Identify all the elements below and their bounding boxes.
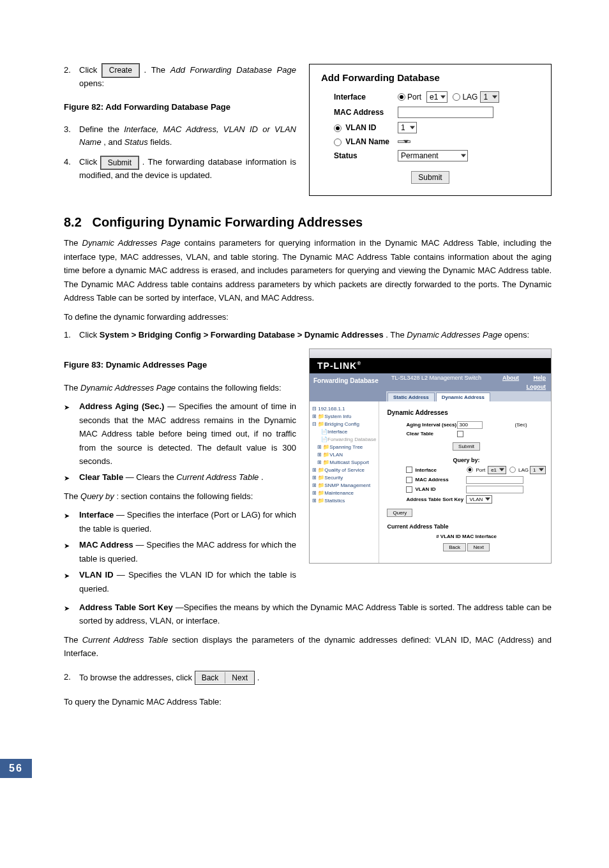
- term: Address Aging (Sec.): [79, 401, 164, 411]
- term: Interface: [79, 510, 114, 520]
- submit-button[interactable]: Submit: [101, 156, 139, 169]
- tree-item[interactable]: Interface: [327, 429, 347, 435]
- text-italic: Current Address Table: [82, 635, 168, 645]
- step-4-num: 4.: [64, 156, 79, 183]
- tab-static-address[interactable]: Static Address: [387, 393, 435, 401]
- port-label: Port: [407, 93, 421, 101]
- back-button[interactable]: Back: [195, 672, 226, 684]
- paragraph-4: The Query by : section contains the foll…: [64, 490, 296, 503]
- tree-item[interactable]: VLAN: [329, 452, 343, 458]
- tree-ip: 192.168.1.1: [318, 406, 345, 412]
- mac-checkbox[interactable]: [406, 477, 412, 483]
- step-4-text: Click Submit . The forwarding database i…: [79, 156, 296, 183]
- vlanid-label: VLAN ID: [345, 123, 376, 132]
- mac-label: MAC Address: [334, 108, 398, 117]
- term: VLAN ID: [79, 570, 114, 580]
- term: Address Table Sort Key: [79, 602, 173, 612]
- nav-path: System > Bridging Config > Forwarding Da…: [100, 330, 384, 340]
- clear-label: Clear Table: [387, 431, 457, 437]
- clear-checkbox[interactable]: [457, 431, 463, 437]
- text: . The: [386, 330, 407, 340]
- port-select[interactable]: e1: [426, 91, 447, 103]
- tree-item[interactable]: Bridging Config: [324, 421, 359, 427]
- figure-83-caption: Figure 83: Dynamic Addresses Page: [64, 360, 296, 370]
- mac-input[interactable]: [398, 107, 493, 118]
- tree-item[interactable]: Quality of Service: [324, 467, 365, 473]
- aging-input[interactable]: 300: [457, 421, 483, 429]
- step-2-num: 2.: [64, 64, 79, 91]
- bullet-sortkey: Address Table Sort Key —Specifies the me…: [79, 601, 552, 628]
- paragraph-1: The Dynamic Addresses Page contains para…: [64, 236, 552, 304]
- section-heading: 8.2 Configuring Dynamic Forwarding Addre…: [64, 215, 552, 230]
- port-label: Port: [476, 467, 485, 473]
- submit-button[interactable]: Submit: [453, 442, 480, 451]
- tree-item-selected[interactable]: Forwarding Database: [327, 437, 376, 442]
- help-link[interactable]: Help: [533, 375, 546, 381]
- figure-82-caption: Figure 82: Add Forwarding Database Page: [64, 102, 296, 112]
- bullet-clear: Clear Table — Clears the Current Address…: [79, 470, 296, 484]
- port-select[interactable]: e1: [488, 466, 506, 474]
- vlanid-select[interactable]: 1: [398, 122, 417, 133]
- next-button[interactable]: Next: [225, 672, 254, 684]
- tree-item[interactable]: SNMP Management: [324, 483, 370, 488]
- vlanid-checkbox[interactable]: [406, 486, 412, 493]
- figure-83-screenshot: TP-LINK® Forwarding Database TL-SL3428 L…: [309, 348, 552, 564]
- lag-label: LAG: [518, 467, 529, 473]
- section-title: Configuring Dynamic Forwarding Addresses: [92, 215, 363, 229]
- step-1-num: 1.: [64, 329, 79, 342]
- panel-title: Forwarding Database: [310, 373, 386, 401]
- vlanid-radio[interactable]: [334, 124, 342, 132]
- interface-label: Interface: [415, 467, 466, 473]
- paragraph-2: To define the dynamic forwarding address…: [64, 310, 552, 324]
- vlanname-select[interactable]: [398, 140, 410, 143]
- create-button[interactable]: Create: [102, 64, 139, 77]
- tab-dynamic-address[interactable]: Dynamic Address: [436, 393, 490, 401]
- mac-input[interactable]: [466, 476, 523, 484]
- tree-item[interactable]: Spanning Tree: [329, 444, 363, 450]
- text-italic: Dynamic Addresses Page: [82, 238, 181, 248]
- lag-radio[interactable]: [453, 93, 460, 101]
- bullet-icon: ➤: [64, 400, 79, 468]
- bullet-mac: MAC Address — Specifies the MAC address …: [79, 538, 296, 565]
- step-2-text: Click Create . The Add Forwarding Databa…: [79, 64, 296, 91]
- lag-radio[interactable]: [509, 467, 516, 474]
- paragraph-3: The Dynamic Addresses Page contains the …: [64, 381, 296, 394]
- next-button[interactable]: Next: [467, 543, 489, 551]
- text: . The: [144, 65, 170, 75]
- interface-checkbox[interactable]: [406, 467, 412, 473]
- nav-tree[interactable]: ⊟ 192.168.1.1 ⊞ 📁System Info ⊟ 📁Bridging…: [310, 401, 379, 563]
- lag-select[interactable]: 1: [530, 466, 545, 474]
- port-radio[interactable]: [467, 467, 474, 474]
- model-label: TL-SL3428 L2 Management Switch: [391, 375, 481, 381]
- paragraph-5: The Current Address Table section displa…: [64, 633, 552, 661]
- bullet-interface: Interface — Specifies the interface (Por…: [79, 508, 296, 535]
- tree-item[interactable]: Multicast Support: [329, 460, 369, 465]
- text: Click: [79, 330, 100, 340]
- text-italic: Status: [124, 137, 148, 147]
- mac-label: MAC Address: [415, 477, 466, 483]
- tree-item[interactable]: System Info: [324, 414, 351, 419]
- text: — Clears the: [126, 472, 176, 482]
- tree-item[interactable]: Statistics: [324, 498, 345, 504]
- sortkey-select[interactable]: VLAN: [466, 495, 492, 504]
- queryby-label: Query by:: [387, 457, 545, 463]
- term: MAC Address: [79, 540, 133, 550]
- query-button[interactable]: Query: [387, 509, 412, 517]
- status-select[interactable]: Permanent: [398, 150, 468, 161]
- bullet-icon: ➤: [64, 470, 79, 484]
- logout-link[interactable]: Logout: [527, 384, 546, 390]
- tree-item[interactable]: Security: [324, 475, 343, 481]
- tree-item[interactable]: Maintenance: [324, 490, 354, 496]
- vlanid-input[interactable]: [466, 486, 523, 493]
- port-radio[interactable]: [398, 93, 405, 101]
- afd-submit-button[interactable]: Submit: [411, 171, 449, 184]
- vlanname-radio[interactable]: [334, 138, 342, 146]
- about-link[interactable]: About: [502, 375, 519, 381]
- text: The: [64, 238, 82, 248]
- step-3-num: 3.: [64, 123, 79, 150]
- text: opens:: [504, 330, 529, 340]
- term: Clear Table: [79, 472, 123, 482]
- back-button[interactable]: Back: [443, 543, 466, 551]
- text: Click: [79, 65, 102, 75]
- lag-select[interactable]: 1: [480, 91, 499, 103]
